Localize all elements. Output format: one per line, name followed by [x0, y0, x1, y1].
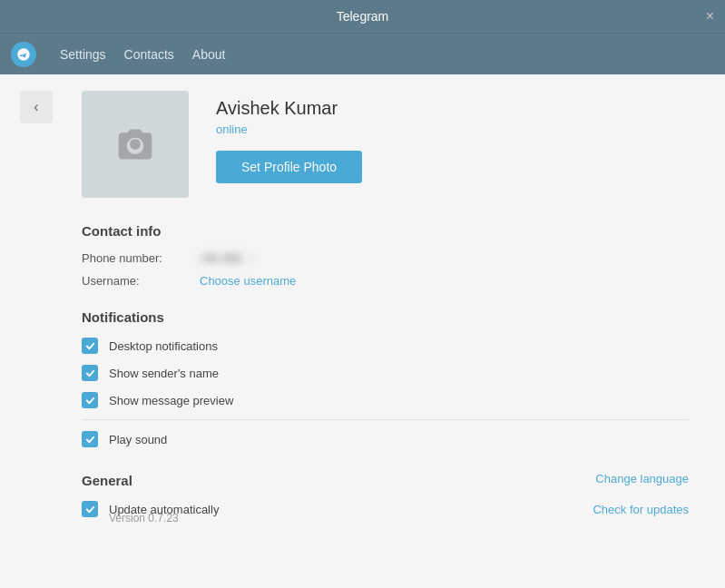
check-icon	[85, 505, 95, 514]
general-section: General Change language Update automatic…	[82, 469, 689, 524]
profile-section: Avishek Kumar online Set Profile Photo	[82, 91, 689, 198]
play-sound-label: Play sound	[109, 433, 167, 446]
profile-name: Avishek Kumar	[216, 98, 362, 119]
back-button[interactable]: ‹	[20, 91, 53, 123]
main-area: ‹ Avishek Kumar online Set Profile Photo…	[0, 74, 725, 588]
menu-bar: Settings Contacts About	[0, 33, 725, 74]
menu-item-about[interactable]: About	[183, 42, 235, 67]
change-language-link[interactable]: Change language	[595, 472, 689, 485]
avatar	[82, 91, 189, 198]
content-area: Avishek Kumar online Set Profile Photo C…	[73, 74, 725, 588]
show-sender-label: Show sender's name	[109, 367, 219, 380]
check-icon	[85, 341, 95, 351]
update-auto-checkbox[interactable]	[82, 501, 98, 517]
phone-value: +91 901 ···	[200, 251, 256, 265]
choose-username-link[interactable]: Choose username	[200, 274, 296, 288]
check-icon	[85, 435, 95, 445]
camera-icon	[115, 124, 155, 164]
set-photo-button[interactable]: Set Profile Photo	[216, 151, 362, 183]
play-sound-checkbox[interactable]	[82, 431, 98, 447]
contact-info-section: Contact info Phone number: +91 901 ··· U…	[82, 223, 689, 288]
profile-info: Avishek Kumar online Set Profile Photo	[216, 91, 362, 183]
play-sound-row: Play sound	[82, 431, 689, 447]
username-row: Username: Choose username	[82, 274, 689, 288]
close-button[interactable]: ×	[706, 9, 714, 24]
sidebar-back: ‹	[0, 74, 73, 588]
notifications-title: Notifications	[82, 309, 689, 325]
title-bar: Telegram ×	[0, 0, 725, 33]
notifications-section: Notifications Desktop notifications Show…	[82, 309, 689, 447]
username-label: Username:	[82, 274, 200, 288]
general-header: General Change language	[82, 469, 689, 488]
show-sender-row: Show sender's name	[82, 365, 689, 381]
menu-item-settings[interactable]: Settings	[51, 42, 115, 67]
show-preview-row: Show message preview	[82, 392, 689, 408]
phone-row: Phone number: +91 901 ···	[82, 251, 689, 265]
show-sender-checkbox[interactable]	[82, 365, 98, 381]
general-title: General	[82, 473, 132, 488]
app-logo	[11, 42, 36, 67]
contact-info-title: Contact info	[82, 223, 689, 239]
profile-status: online	[216, 122, 362, 136]
desktop-notifications-row: Desktop notifications	[82, 338, 689, 354]
notifications-divider	[82, 419, 689, 420]
show-preview-checkbox[interactable]	[82, 392, 98, 408]
menu-item-contacts[interactable]: Contacts	[115, 42, 183, 67]
check-updates-link[interactable]: Check for updates	[593, 503, 689, 516]
desktop-notifications-label: Desktop notifications	[109, 339, 218, 353]
phone-label: Phone number:	[82, 251, 200, 265]
check-icon	[85, 368, 95, 378]
check-icon	[85, 396, 95, 406]
desktop-notifications-checkbox[interactable]	[82, 338, 98, 354]
show-preview-label: Show message preview	[109, 394, 233, 407]
back-icon: ‹	[34, 99, 38, 115]
app-title: Telegram	[337, 9, 389, 24]
